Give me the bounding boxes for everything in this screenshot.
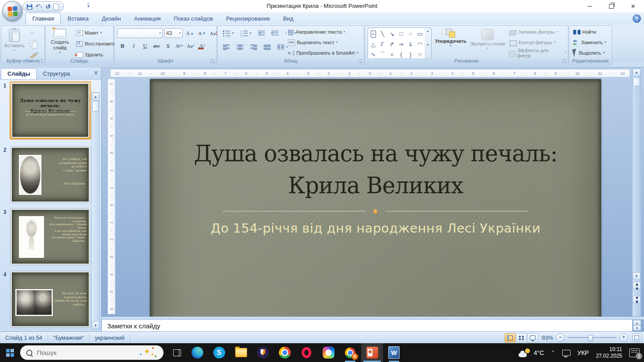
taskbar-app-copilot[interactable] <box>317 343 339 362</box>
shape-outline-button[interactable]: Контур фигуры▾ <box>508 38 568 47</box>
shape-icon-9[interactable]: ⇒ <box>399 42 404 48</box>
italic-button[interactable]: I <box>129 42 139 50</box>
grow-font-button[interactable]: A▲ <box>184 29 195 38</box>
shapes-gallery-scrollbar[interactable]: ▲ ▼ ⊽ <box>425 28 432 63</box>
slide-thumbnail-4[interactable]: Він жив, бо вона повеліла жити, Любив, б… <box>10 270 91 328</box>
clipboard-dialog-launcher[interactable]: ↘ <box>39 59 44 64</box>
zoom-in-button[interactable]: + <box>620 334 628 342</box>
previous-slide-button[interactable]: ▲▲ <box>633 282 641 289</box>
panel-close-icon[interactable]: ✕ <box>94 70 98 76</box>
slide-subtitle[interactable]: До 154-річчя від дня народження Лесі Укр… <box>168 221 583 236</box>
taskbar-search[interactable]: Пошук ✦ ✦ ✦ <box>20 345 164 360</box>
close-button[interactable]: ✕ <box>622 0 644 12</box>
panel-scroll-thumb[interactable] <box>92 101 99 111</box>
panel-scroll-down-icon[interactable]: ▼ <box>92 321 99 329</box>
slide-thumbnail-2[interactable]: Хто любить, той уподобитись може до любо… <box>10 146 91 204</box>
shape-effects-button[interactable]: Эффекты для фигур▾ <box>508 48 568 58</box>
cut-button[interactable]: ✂ <box>28 28 38 37</box>
increase-indent-button[interactable] <box>270 28 280 38</box>
shape-icon-2[interactable]: ↘ <box>390 31 394 37</box>
keyboard-layout[interactable]: УКР <box>578 349 589 356</box>
shapes-scroll-down-icon[interactable]: ▼ <box>426 43 429 46</box>
taskbar-app-opera[interactable] <box>296 343 317 362</box>
language-indicator[interactable]: украинский <box>90 334 130 342</box>
next-slide-button[interactable]: ▼▼ <box>633 296 641 303</box>
shape-icon-8[interactable]: ↱ <box>390 42 394 48</box>
justify-button[interactable] <box>262 42 272 52</box>
ribbon-tab-Показ слайдов[interactable]: Показ слайдов <box>167 13 220 24</box>
theme-name[interactable]: "Бумажная" <box>48 334 90 342</box>
shapes-scroll-up-icon[interactable]: ▲ <box>426 29 429 32</box>
strikethrough-button[interactable]: abc <box>151 42 162 50</box>
font-dialog-launcher[interactable]: ↘ <box>211 59 216 64</box>
shape-icon-3[interactable]: □ <box>400 31 403 37</box>
slideshow-button[interactable] <box>527 333 538 342</box>
replace-button[interactable]: abac Заменить▾ <box>571 38 608 47</box>
copy-button[interactable] <box>28 38 38 48</box>
normal-view-button[interactable] <box>505 333 515 342</box>
slide-canvas[interactable]: Душа озвалась на чужу печаль: Крила Вели… <box>150 79 601 317</box>
quick-styles-button[interactable]: Экспресс-стили ▾ <box>469 27 506 57</box>
taskbar-app-word[interactable]: W <box>383 343 405 362</box>
bold-button[interactable]: B <box>117 42 128 50</box>
arrange-button[interactable]: Упорядочить ▾ <box>434 27 467 57</box>
shape-icon-0[interactable]: A <box>371 31 376 38</box>
main-scrollbar[interactable]: ▲ ▼ ▲▲ ▼▼ <box>632 68 641 317</box>
zoom-slider[interactable] <box>567 337 616 338</box>
zoom-out-button[interactable]: − <box>556 334 564 342</box>
tab-slides[interactable]: Слайды <box>1 68 37 79</box>
taskbar-app-shield[interactable] <box>252 343 274 362</box>
shape-icon-10[interactable]: ⇓ <box>408 42 413 48</box>
slide-sorter-button[interactable] <box>516 333 527 342</box>
bullets-button[interactable]: ▾ <box>221 28 236 38</box>
text-shadow-button[interactable]: S <box>163 42 173 50</box>
ribbon-tab-Вставка[interactable]: Вставка <box>61 13 95 24</box>
paste-button[interactable]: Вставить ▾ <box>3 27 26 57</box>
decrease-indent-button[interactable] <box>256 28 267 38</box>
shape-icon-6[interactable]: △ <box>371 42 376 48</box>
reset-slide-button[interactable]: Восстановить <box>74 39 117 49</box>
notification-center-icon[interactable]: 1 <box>629 348 640 357</box>
ribbon-tab-Вид[interactable]: Вид <box>276 13 300 24</box>
ribbon-tab-Рецензирование[interactable]: Рецензирование <box>219 13 276 24</box>
taskbar-app-explorer[interactable] <box>230 343 252 362</box>
shape-icon-5[interactable]: ▭ <box>417 31 422 37</box>
taskbar-app-powerpoint[interactable] <box>361 343 383 362</box>
convert-smartart-button[interactable]: Преобразовать в SmartArt▾ <box>286 48 360 58</box>
notes-scroll-up-icon[interactable]: ▲ <box>633 320 641 325</box>
shape-icon-12[interactable]: ∿ <box>371 52 376 58</box>
weather-widget[interactable]: 4°C <box>519 348 544 357</box>
taskbar-app-chrome-b[interactable]: B <box>339 343 361 362</box>
font-size-combo[interactable]: 43▾ <box>164 28 183 38</box>
clock[interactable]: 10:11 27.02.2025 <box>596 346 622 359</box>
notes-pane[interactable]: Заметки к слайду <box>101 319 633 332</box>
shape-icon-11[interactable]: ◠ <box>418 42 422 48</box>
notes-scroll-down-icon[interactable]: ▼ <box>633 325 641 331</box>
change-case-button[interactable]: Aa▾ <box>185 42 196 50</box>
drawing-dialog-launcher[interactable]: ↘ <box>562 59 567 64</box>
office-button[interactable] <box>2 1 23 21</box>
slide-title[interactable]: Душа озвалась на чужу печаль: Крила Вели… <box>176 137 575 201</box>
scroll-down-icon[interactable]: ▼ <box>633 272 641 280</box>
shape-icon-1[interactable]: ╲ <box>381 31 384 37</box>
new-slide-button[interactable]: Создать слайд ▾ <box>47 27 73 57</box>
tray-expand-icon[interactable]: ⌃ <box>551 350 555 355</box>
ribbon-tab-Дизайн[interactable]: Дизайн <box>95 13 128 24</box>
ribbon-tab-Анимация[interactable]: Анимация <box>128 13 167 24</box>
task-view-button[interactable] <box>168 343 186 362</box>
underline-button[interactable]: U <box>140 42 150 50</box>
slide-thumbnail-3[interactable]: Вона для світувського – поетесою, Для ук… <box>10 208 91 266</box>
fit-to-window-button[interactable] <box>632 334 641 342</box>
shape-icon-7[interactable]: Γ <box>381 42 384 48</box>
taskbar-app-edge[interactable] <box>186 343 208 362</box>
shape-icon-14[interactable]: ≈ <box>390 52 393 58</box>
align-text-button[interactable]: Выровнять текст▾ <box>286 38 360 47</box>
taskbar-app-chrome[interactable] <box>274 343 296 362</box>
shrink-font-button[interactable]: A▼ <box>197 29 207 38</box>
shape-icon-15[interactable]: { <box>400 52 402 58</box>
panel-scrollbar[interactable]: ▲ ▼ <box>91 92 100 330</box>
scroll-thumb[interactable] <box>633 77 640 86</box>
shape-icon-4[interactable]: ○ <box>409 31 412 37</box>
zoom-slider-thumb[interactable] <box>588 335 593 341</box>
text-direction-button[interactable]: Направление текста▾ <box>286 27 360 37</box>
